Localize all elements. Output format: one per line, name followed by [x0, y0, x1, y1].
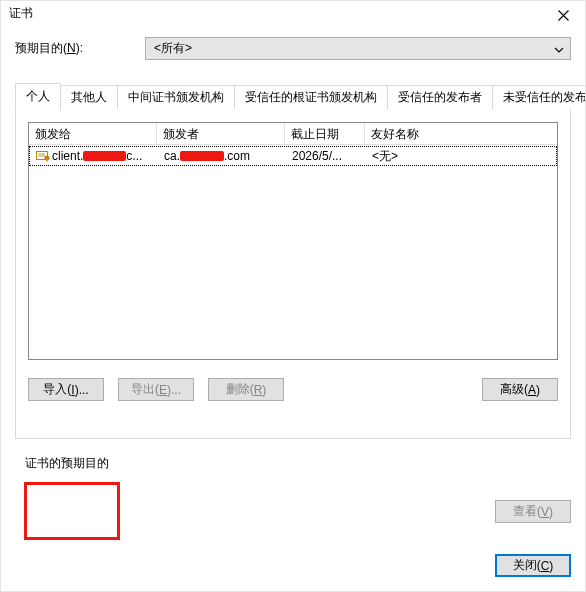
title-bar: 证书	[1, 1, 585, 29]
cert-purposes-label: 证书的预期目的	[25, 455, 571, 472]
close-icon	[558, 10, 569, 21]
cell-issuer-suffix: .com	[224, 149, 250, 163]
view-button-row: 查看(V)	[15, 500, 571, 523]
redacted-span	[83, 151, 126, 161]
chevron-down-icon	[554, 44, 564, 54]
certificate-row[interactable]: client.c... ca..com 2026/5/... <无>	[30, 147, 556, 165]
cell-expiry: 2026/5/...	[292, 149, 342, 163]
tab-others[interactable]: 其他人	[60, 85, 118, 110]
column-issued-to[interactable]: 颁发给	[29, 123, 157, 145]
tab-personal[interactable]: 个人	[15, 83, 61, 111]
import-button[interactable]: 导入(I)...	[28, 378, 104, 401]
remove-button[interactable]: 删除(R)	[208, 378, 284, 401]
tab-strip: 个人 其他人 中间证书颁发机构 受信任的根证书颁发机构 受信任的发布者 未受信任…	[15, 82, 571, 110]
certificate-listview[interactable]: 颁发给 颁发者 截止日期 友好名称	[28, 122, 558, 360]
tab-trusted-root-ca[interactable]: 受信任的根证书颁发机构	[234, 85, 388, 110]
listview-header: 颁发给 颁发者 截止日期 友好名称	[29, 123, 557, 146]
column-issuer[interactable]: 颁发者	[157, 123, 285, 145]
redacted-span	[180, 151, 224, 161]
cell-friendly: <无>	[372, 149, 398, 163]
dialog-title: 证书	[9, 3, 33, 22]
column-friendly[interactable]: 友好名称	[365, 123, 557, 145]
view-button[interactable]: 查看(V)	[495, 500, 571, 523]
dialog-bottom-row: 关闭(C)	[1, 554, 585, 577]
intended-purpose-value: <所有>	[154, 40, 192, 57]
close-button[interactable]: 关闭(C)	[495, 554, 571, 577]
tab-trusted-publishers[interactable]: 受信任的发布者	[387, 85, 493, 110]
cell-issued-to-suffix: c...	[126, 149, 142, 163]
tab-untrusted-publishers[interactable]: 未受信任的发布者	[492, 85, 586, 110]
column-expiry[interactable]: 截止日期	[285, 123, 365, 145]
intended-purpose-label: 预期目的(N):	[15, 40, 145, 57]
intended-purpose-row: 预期目的(N): <所有>	[15, 37, 571, 60]
cell-issued-to-prefix: client.	[52, 149, 83, 163]
tab-panel: 颁发给 颁发者 截止日期 友好名称	[15, 109, 571, 439]
cell-issuer-prefix: ca.	[164, 149, 180, 163]
intended-purpose-select[interactable]: <所有>	[145, 37, 571, 60]
tab-intermediate-ca[interactable]: 中间证书颁发机构	[117, 85, 235, 110]
window-close-button[interactable]	[541, 3, 585, 27]
cert-buttons-row: 导入(I)... 导出(E)... 删除(R) 高级(A)	[28, 378, 558, 401]
export-button[interactable]: 导出(E)...	[118, 378, 194, 401]
advanced-button[interactable]: 高级(A)	[482, 378, 558, 401]
tabs-container: 个人 其他人 中间证书颁发机构 受信任的根证书颁发机构 受信任的发布者 未受信任…	[15, 82, 571, 439]
certificate-icon	[36, 150, 50, 162]
